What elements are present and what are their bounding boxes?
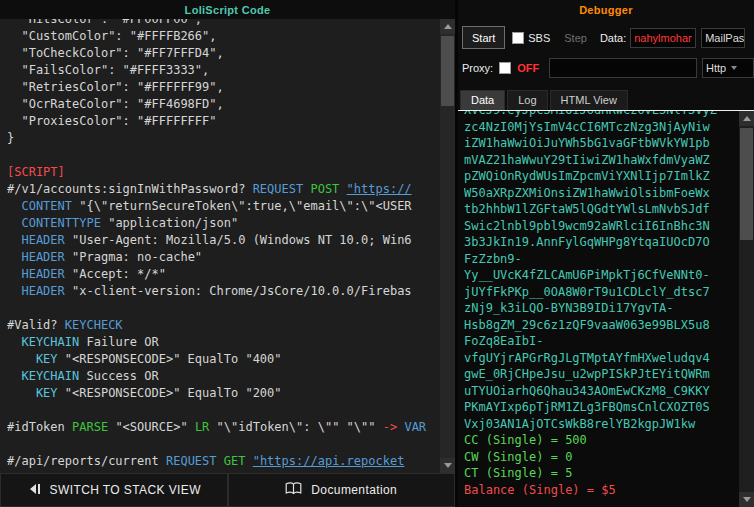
tab-data[interactable]: Data <box>460 90 505 110</box>
code-line: "FailsColor": "#FFFF3333", <box>7 62 438 79</box>
code-line: "ProxiesColor": "#FFFFFFFF" <box>7 113 438 130</box>
code-token: "<SOURCE>" <box>115 420 194 434</box>
code-line: CONTENTTYPE "application/json" <box>7 215 438 232</box>
code-line: "ToCheckColor": "#FF7FFFD4", <box>7 45 438 62</box>
code-token: REQUEST <box>253 182 311 196</box>
loliscript-panel: LoliScript Code "HitsColor": "#FF00FF00"… <box>0 0 458 507</box>
arrow-up-icon <box>743 116 751 121</box>
code-token: KEYCHAIN <box>7 335 86 349</box>
code-token: LR <box>195 420 217 434</box>
proxy-type-combo[interactable]: Http <box>702 58 754 78</box>
log-scroll-down-button[interactable] <box>739 492 754 507</box>
tab-html-view[interactable]: HTML View <box>550 90 628 110</box>
code-token: #idToken <box>7 420 72 434</box>
code-content: "HitsColor": "#FF00FF00", "CustomColor":… <box>7 19 438 470</box>
code-token: POST <box>310 182 346 196</box>
code-token: "{\"returnSecureToken\":true,\"email\":\… <box>79 199 411 213</box>
tab-log[interactable]: Log <box>507 90 547 110</box>
log-token-line: zc4NzI0MjYsImV4cCI6MTczNzg3NjAyNiw <box>464 119 737 136</box>
log-token-line: uTYUOiarhQ6Qhau343AOmEwCKzM8_C9KKY <box>464 383 737 400</box>
code-line: HEADER "x-client-version: Chrome/JsCore/… <box>7 283 438 300</box>
start-button[interactable]: Start <box>462 26 505 49</box>
code-line: #/api/reports/current REQUEST GET "https… <box>7 453 438 470</box>
code-line: #idToken PARSE "<SOURCE>" LR "\"idToken\… <box>7 419 438 436</box>
log-token-line: PKmAYIxp6pTjRM1ZLg3FBQmsCnlCXOZT0S <box>464 399 737 416</box>
editor-scrollbar-thumb[interactable] <box>441 36 454 106</box>
debug-data-input[interactable] <box>630 28 696 48</box>
proxy-input[interactable] <box>549 58 697 78</box>
code-token: "x-client-version: Chrome/JsCore/10.0.0/… <box>72 284 412 298</box>
debugger-controls-row-2: Proxy: OFF Http <box>462 58 754 78</box>
editor-scroll-down-button[interactable] <box>440 458 455 473</box>
code-line: KEY "<RESPONSECODE>" EqualTo "400" <box>7 351 438 368</box>
code-token: -> <box>383 420 405 434</box>
code-token: HEADER <box>7 250 72 264</box>
code-token: "Accept: */*" <box>72 267 166 281</box>
code-token: "ToCheckColor": "#FF7FFFD4", <box>7 46 224 60</box>
debugger-controls-row-1: Start SBS Step Data: MailPass <box>462 26 754 49</box>
code-line: } <box>7 130 438 147</box>
code-token: CONTENTTYPE <box>7 216 108 230</box>
code-token: GET <box>224 454 253 468</box>
log-token-line: jUYfFkPKp__0OA8W0rT9u1CDLclY_dtsc7 <box>464 284 737 301</box>
code-token: "https://api.repocket <box>253 454 405 468</box>
log-token-line: pZWQiOnRydWUsImZpcmViYXNlIjp7ImlkZ <box>464 168 737 185</box>
debugger-panel: Debugger Start SBS Step Data: MailPass P… <box>458 0 754 507</box>
sbs-label: SBS <box>528 32 550 44</box>
code-token: "OcrRateColor": "#FF4698FD", <box>7 97 224 111</box>
code-token: #/v1/accounts:signInWithPassword? <box>7 182 253 196</box>
code-token: "CustomColor": "#FFFFB266", <box>7 29 217 43</box>
proxy-status-badge: OFF <box>517 62 539 74</box>
log-scroll-up-button[interactable] <box>739 111 754 126</box>
sbs-checkbox[interactable] <box>512 32 524 44</box>
proxy-label: Proxy: <box>462 62 493 74</box>
code-token: #Valid? <box>7 318 65 332</box>
code-token: "HitsColor": "#FF00FF00", <box>7 19 202 26</box>
code-line: #Valid? KEYCHECK <box>7 317 438 334</box>
log-scrollbar-thumb[interactable] <box>740 128 753 240</box>
wordlist-type-combo[interactable]: MailPass <box>701 28 745 48</box>
editor-bottom-bar: SWITCH TO STACK VIEW Documentation <box>0 473 455 507</box>
log-token-line: FoZq8EaIbI- <box>464 333 737 350</box>
code-token: HEADER <box>7 267 72 281</box>
log-variable-line: Balance (Single) = $5 <box>464 482 737 499</box>
code-line: HEADER "User-Agent: Mozilla/5.0 (Windows… <box>7 232 438 249</box>
proxy-checkbox[interactable] <box>499 62 511 74</box>
log-variable-line: CW (Single) = 0 <box>464 449 737 466</box>
code-line: CONTENT "{\"returnSecureToken\":true,\"e… <box>7 198 438 215</box>
log-scrollbar[interactable] <box>739 111 754 507</box>
documentation-button[interactable]: Documentation <box>228 473 456 507</box>
switch-view-icon <box>27 483 41 498</box>
code-token: "https:// <box>347 182 412 196</box>
code-line: HEADER "Accept: */*" <box>7 266 438 283</box>
code-token: } <box>7 131 14 145</box>
code-line: [SCRIPT] <box>7 164 438 181</box>
code-token: "Pragma: no-cache" <box>72 250 202 264</box>
code-token: "<RESPONSECODE>" EqualTo "400" <box>65 352 282 366</box>
code-line: KEYCHAIN Success OR <box>7 368 438 385</box>
code-line: "OcrRateColor": "#FF4698FD", <box>7 96 438 113</box>
loliscript-title: LoliScript Code <box>185 4 271 16</box>
log-token-line: Vxj03AN1AjOTCsWkB8relYB2kgpJW1kw <box>464 416 737 433</box>
code-token: [SCRIPT] <box>7 165 65 179</box>
debugger-tab-bar: DataLogHTML View <box>458 89 754 111</box>
code-line <box>7 300 438 317</box>
code-token: HEADER <box>7 233 72 247</box>
code-editor[interactable]: "HitsColor": "#FF00FF00", "CustomColor":… <box>0 19 455 473</box>
log-token-line: gwE_0RjCHpeJsu_u2wpPISkPJtEYitQWRm <box>464 366 737 383</box>
log-variable-line: CC (Single) = 500 <box>464 432 737 449</box>
editor-scrollbar[interactable] <box>440 19 455 473</box>
editor-scroll-up-button[interactable] <box>440 19 455 34</box>
code-line: KEYCHAIN Failure OR <box>7 334 438 351</box>
loliscript-header: LoliScript Code <box>0 0 455 19</box>
chevron-down-icon <box>731 66 737 70</box>
code-line: "RetriesColor": "#FFFFFF99", <box>7 79 438 96</box>
code-token: KEYCHECK <box>65 318 123 332</box>
switch-to-stack-view-button[interactable]: SWITCH TO STACK VIEW <box>0 473 228 507</box>
code-token: "\"idToken\": \"" "\"" <box>217 420 383 434</box>
log-token-line: tb2hhbW1lZGFtaW5lQGdtYWlsLmNvbSJdf <box>464 201 737 218</box>
debugger-log-area[interactable]: XVCJ9.eyJpc3MiOiJodHRwczovL3NlY3VyZzc4Nz… <box>458 111 754 507</box>
code-token: #/api/reports/current <box>7 454 166 468</box>
documentation-icon <box>285 482 302 498</box>
step-button[interactable]: Step <box>564 32 587 44</box>
